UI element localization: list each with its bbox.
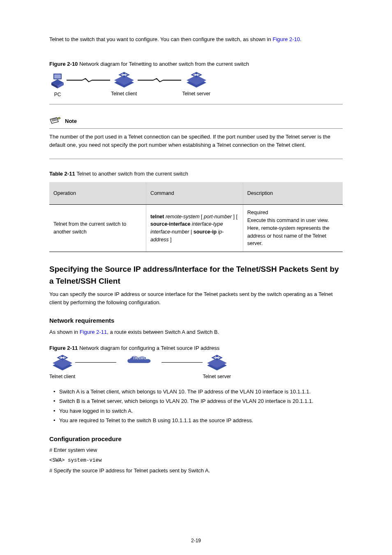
fig11-client-node: Telnet client: [49, 355, 75, 380]
figure-2-11: Telnet client IP network: [49, 355, 343, 380]
pc-icon: [49, 72, 66, 88]
note-header: Note: [49, 115, 343, 129]
req-suffix: , a route exists between Switch A and Sw…: [107, 329, 219, 335]
figure-2-10-caption: Figure 2-10 Network diagram for Telnetti…: [49, 60, 343, 68]
telnet-client-node: Telnet client: [111, 72, 137, 97]
bullet-2: •Switch B is a Telnet server, which belo…: [53, 397, 343, 405]
intro-prefix: Telnet to the switch that you want to co…: [49, 36, 272, 42]
intro-paragraph: Telnet to the switch that you want to co…: [49, 35, 343, 44]
cmd-seg2: ] [: [232, 214, 238, 220]
cmd-telnet: telnet: [150, 214, 164, 220]
switch-icon: [184, 72, 209, 88]
pc-node: PC: [49, 72, 66, 98]
figure-2-10-num: Figure 2-10: [49, 61, 79, 67]
switch-icon: [112, 72, 136, 88]
cloud-node: IP network: [116, 355, 161, 373]
bullet-3-text: You have logged in to switch A.: [59, 407, 133, 415]
table-num: Table 2-11: [49, 171, 76, 177]
cloud-label: IP network: [127, 354, 150, 361]
bullet-dot-icon: •: [53, 397, 59, 405]
proc-comment-1: # Enter system view: [49, 446, 343, 454]
bullet-4-text: You are required to Telnet to the switch…: [59, 416, 253, 425]
bullet-2-text: Switch B is a Telnet server, which belon…: [59, 397, 314, 405]
cmd-port: port-number: [204, 214, 232, 220]
line-link-1: [75, 362, 116, 363]
note-icon: [49, 117, 62, 126]
bullet-1-text: Switch A is a Telnet client, which belon…: [59, 388, 311, 396]
fig11-server-label: Telnet server: [203, 373, 231, 380]
table-caption: Table 2-11 Telnet to another switch from…: [49, 170, 343, 178]
cell-command: telnet remote-system [ port-number ] [ s…: [146, 205, 243, 252]
bullet-dot-icon: •: [53, 407, 59, 415]
th-operation: Operation: [49, 182, 146, 205]
telnet-server-label: Telnet server: [182, 90, 210, 97]
figure-2-11-caption: Figure 2-11 Network diagram for configur…: [49, 344, 343, 352]
th-description: Description: [243, 182, 343, 205]
table-header-row: Operation Command Description: [49, 182, 343, 205]
zlink-1: [66, 78, 111, 83]
table-title: Telnet to another switch from the curren…: [76, 171, 188, 177]
table-row: Telnet from the current switch to anothe…: [49, 205, 343, 252]
cell-operation: Telnet from the current switch to anothe…: [49, 205, 146, 252]
svg-rect-1: [54, 74, 61, 79]
figure-2-11-num: Figure 2-11: [49, 345, 79, 351]
intro-suffix: .: [300, 36, 302, 42]
note-block: Note The number of the port used in a Te…: [49, 115, 343, 159]
network-requirements-heading: Network requirements: [49, 316, 343, 326]
cmd-srcif-kw: source-interface: [150, 221, 190, 227]
figure-2-11-link[interactable]: Figure 2-11: [80, 329, 107, 335]
cmd-seg3: |: [189, 229, 194, 235]
bullet-4: •You are required to Telnet to the switc…: [53, 416, 343, 425]
requirements-line: As shown in Figure 2-11, a route exists …: [49, 328, 343, 336]
cmd-seg1: [: [200, 214, 204, 220]
bullet-dot-icon: •: [53, 416, 59, 425]
note-text: The number of the port used in a Telnet …: [49, 133, 343, 149]
line-link-2: [161, 362, 203, 363]
figure-2-10-text: Network diagram for Telnetting to anothe…: [79, 61, 249, 67]
section-title: Specifying the Source IP address/Interfa…: [49, 264, 343, 287]
config-procedure-heading: Configuration procedure: [49, 435, 343, 444]
cmd-seg4: ]: [169, 237, 172, 243]
note-label: Note: [65, 117, 77, 125]
figure-link-pt2[interactable]: 2-10: [289, 36, 300, 42]
proc-comment-2: # Specify the source IP address for Teln…: [49, 467, 343, 475]
command-table: Operation Command Description Telnet fro…: [49, 182, 343, 252]
fig11-server-node: Telnet server: [203, 355, 231, 380]
th-command: Command: [146, 182, 243, 205]
section-paragraph: You can specify the source IP address or…: [49, 290, 343, 306]
cell-description: Required Execute this command in user vi…: [243, 205, 343, 252]
cmd-remote: remote-system: [164, 214, 199, 220]
page-number: 2-19: [0, 537, 392, 544]
pc-label: PC: [54, 91, 61, 98]
bullet-1: •Switch A is a Telnet client, which belo…: [53, 388, 343, 396]
figure-2-11-text: Network diagram for configuring a Telnet…: [79, 345, 219, 351]
bullet-dot-icon: •: [53, 388, 59, 396]
req-prefix: As shown in: [49, 329, 80, 335]
switch-icon: [205, 355, 229, 370]
figure-link-pt1[interactable]: Figure: [272, 36, 288, 42]
telnet-client-label: Telnet client: [111, 90, 137, 97]
telnet-server-node: Telnet server: [182, 72, 210, 97]
bullet-3: •You have logged in to switch A.: [53, 407, 343, 415]
cmd-srcip-kw: source-ip: [194, 229, 217, 235]
zlink-2: [137, 78, 182, 83]
switch-icon: [50, 355, 75, 370]
proc-command-1: <SWA> system-view: [49, 457, 343, 465]
fig11-client-label: Telnet client: [49, 373, 75, 380]
figure-2-10: PC Telnet client: [49, 72, 343, 104]
